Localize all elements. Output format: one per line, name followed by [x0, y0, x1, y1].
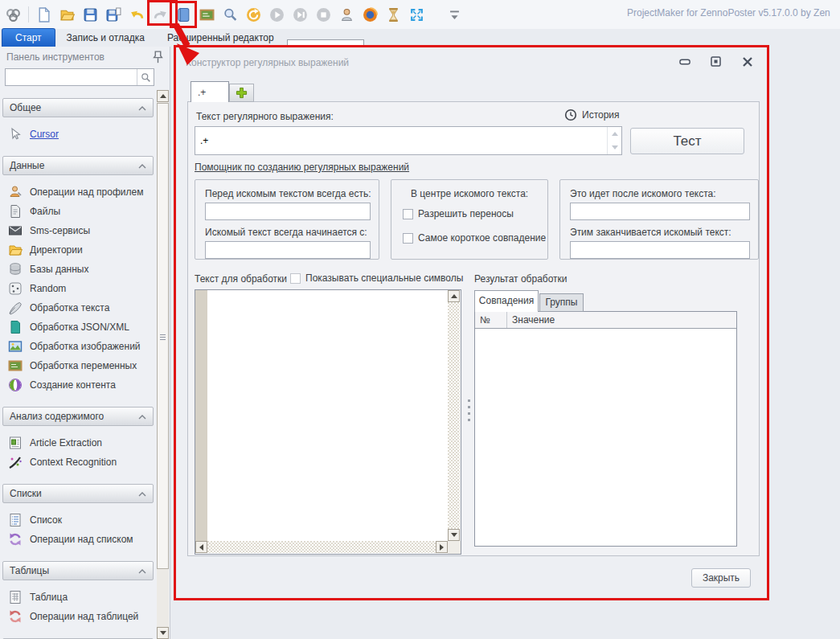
tab-groups[interactable]: Группы: [539, 293, 584, 312]
sms-icon: [8, 223, 23, 238]
save-icon[interactable]: [80, 5, 100, 24]
group-center-text: В центре искомого текста: Разрешить пере…: [391, 179, 548, 260]
regex-tab[interactable]: .+: [191, 81, 229, 102]
sidebar-item-Sms-сервисы[interactable]: Sms-сервисы: [0, 221, 156, 240]
minimize-button[interactable]: [679, 56, 691, 68]
browser-icon[interactable]: [360, 5, 379, 24]
allow-linebreaks-checkbox[interactable]: [403, 209, 413, 219]
pin-icon[interactable]: [153, 51, 163, 63]
before-text-input[interactable]: [205, 203, 371, 220]
item-label: Article Extraction: [30, 437, 102, 449]
toolbox-search-input[interactable]: [6, 69, 137, 85]
sidebar-section-Списки[interactable]: Списки: [2, 484, 154, 503]
tab-Расширенный редактор[interactable]: Расширенный редактор: [156, 29, 285, 47]
play-from-icon[interactable]: [290, 5, 309, 24]
sidebar-item-Файлы[interactable]: Файлы: [0, 202, 156, 221]
group-before-text: Перед искомым текстом всегда есть: Иском…: [195, 179, 379, 260]
sidebar-item-Article Extraction[interactable]: Article Extraction: [0, 433, 156, 453]
sidebar-item-Базы данных[interactable]: Базы данных: [0, 260, 156, 279]
scroll-down-icon[interactable]: [157, 627, 169, 639]
sidebar-item-Обработка изображений[interactable]: Обработка изображений: [0, 337, 156, 356]
sidebar-item-Обработка JSON/XML[interactable]: Обработка JSON/XML: [0, 317, 156, 337]
redo-icon[interactable]: [150, 5, 170, 24]
save-as-icon[interactable]: [104, 5, 123, 24]
sidebar-section-Анализ содержимого[interactable]: Анализ содержимого: [2, 407, 154, 426]
files-icon: [8, 204, 23, 219]
toolbox-panel-title: Панель инструментов: [6, 51, 104, 63]
tab-Старт[interactable]: Старт: [2, 28, 55, 47]
open-project-icon[interactable]: [57, 5, 76, 24]
scroll-down-icon[interactable]: [448, 529, 460, 541]
scroll-left-icon[interactable]: [195, 541, 207, 553]
variables-board-icon[interactable]: [197, 5, 216, 24]
sidebar-item-Операции над профилем[interactable]: Операции над профилем: [0, 182, 156, 202]
stop-icon[interactable]: [313, 5, 333, 24]
tab-Запись и отладка[interactable]: Запись и отладка: [55, 29, 156, 47]
panel-splitter[interactable]: [468, 399, 471, 425]
column-header-value: Значение: [507, 312, 736, 328]
scroll-right-icon[interactable]: [436, 541, 448, 553]
random-icon: [8, 281, 23, 296]
sidebar-item-Операции над списком[interactable]: Операции над списком: [0, 530, 156, 549]
maximize-button[interactable]: [711, 56, 723, 68]
history-button[interactable]: История: [564, 109, 620, 121]
timer-icon[interactable]: [383, 5, 403, 24]
json-xml-icon: [8, 320, 23, 334]
profile-icon[interactable]: [337, 5, 356, 24]
play-icon[interactable]: [267, 5, 286, 24]
source-vertical-scrollbar[interactable]: [448, 290, 461, 541]
sidebar-section-Общее[interactable]: Общее: [2, 98, 154, 117]
after-text-input[interactable]: [570, 203, 750, 220]
item-label: Базы данных: [30, 264, 88, 275]
sidebar-item-Таблица[interactable]: Таблица: [0, 588, 156, 607]
tab-matches[interactable]: Совпадения: [474, 290, 539, 312]
ends-with-input[interactable]: [570, 241, 750, 259]
scroll-up-icon[interactable]: [448, 290, 460, 302]
zennolab-logo-icon[interactable]: [3, 5, 23, 24]
source-horizontal-scrollbar[interactable]: [195, 541, 448, 554]
regex-input[interactable]: [195, 127, 607, 154]
sidebar-item-Cursor[interactable]: Cursor: [0, 125, 156, 144]
close-icon[interactable]: [742, 56, 754, 68]
source-text-label: Текст для обработки: [195, 273, 287, 285]
toolbox-panel: Панель инструментов ОбщееCursorДанныеОпе…: [0, 47, 170, 639]
new-project-icon[interactable]: [34, 5, 53, 24]
regex-input-spinner[interactable]: [607, 127, 621, 154]
source-text-area[interactable]: [195, 289, 461, 555]
item-label: Обработка текста: [30, 302, 109, 313]
sidebar-item-Context Recognition[interactable]: Context Recognition: [0, 453, 156, 472]
dialog-body: Текст регулярного выражения: История Тес…: [187, 101, 760, 556]
toolbar-separator: [28, 6, 29, 23]
add-tab-button[interactable]: [229, 84, 254, 102]
shortest-match-checkbox[interactable]: [403, 233, 413, 244]
sidebar-item-Операции над таблицей[interactable]: Операции над таблицей: [0, 607, 156, 626]
sidebar-item-Обработка текста[interactable]: Обработка текста: [0, 298, 156, 317]
overflow-icon[interactable]: [445, 5, 464, 24]
regex-helper-link[interactable]: Помощник по созданию регулярных выражени…: [195, 162, 409, 173]
sidebar-section-Данные[interactable]: Данные: [2, 156, 154, 175]
group-after-text: Это идет после искомого текста: Этим зак…: [559, 179, 759, 260]
sidebar-item-Обработка переменных[interactable]: Обработка переменных: [0, 356, 156, 375]
item-label: Операции над профилем: [30, 186, 143, 198]
scroll-up-icon[interactable]: [157, 90, 169, 102]
sidebar-item-Директории[interactable]: Директории: [0, 240, 156, 260]
search-icon[interactable]: [137, 69, 154, 85]
chevron-up-icon: [138, 411, 146, 422]
sidebar-section-Таблицы[interactable]: Таблицы: [2, 561, 154, 580]
regex-builder-icon[interactable]: [174, 5, 193, 24]
test-button[interactable]: Тест: [630, 128, 744, 154]
item-label: Создание контента: [30, 379, 116, 391]
regex-text-label: Текст регулярного выражения:: [196, 111, 334, 122]
sidebar-item-Создание контента[interactable]: Создание контента: [0, 375, 156, 395]
scrollbar-thumb[interactable]: [157, 103, 169, 569]
undo-icon[interactable]: [127, 5, 146, 24]
fullscreen-icon[interactable]: [407, 5, 426, 24]
search-icon[interactable]: [220, 5, 240, 24]
toolbox-scrollbar[interactable]: [157, 90, 169, 639]
close-button[interactable]: Закрыть: [691, 568, 751, 588]
restart-icon[interactable]: [244, 5, 263, 24]
show-special-chars-checkbox[interactable]: [290, 273, 301, 284]
sidebar-item-Random[interactable]: Random: [0, 279, 156, 298]
starts-with-input[interactable]: [205, 241, 371, 259]
sidebar-item-Список[interactable]: Список: [0, 510, 156, 530]
